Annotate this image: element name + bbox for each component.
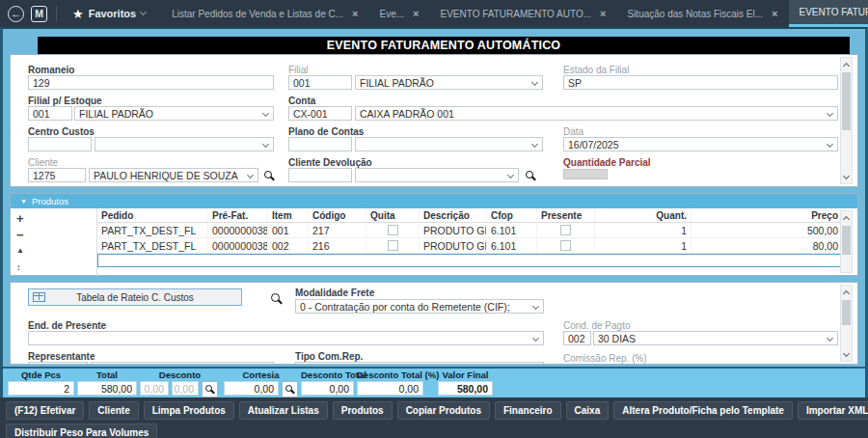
- conta-code-input[interactable]: CX-001: [288, 106, 352, 121]
- tab-situacao-notas[interactable]: Situação das Notas Fiscais El... ×: [616, 0, 788, 27]
- back-button[interactable]: ←: [8, 6, 24, 22]
- cliente-button[interactable]: Cliente: [89, 401, 138, 420]
- cliente-code-input[interactable]: 1275: [28, 168, 86, 182]
- tab-evento-faturamento-1[interactable]: EVENTO FATURAMENTO AUTO... ×: [430, 0, 617, 27]
- cond-pagto-code-input[interactable]: 002: [563, 331, 591, 345]
- scrollbar-thumb[interactable]: [842, 300, 851, 325]
- modalidade-frete-value: 0 - Contratação por conta do Remetente (…: [300, 301, 510, 313]
- centro-custos-code-input[interactable]: [28, 137, 92, 151]
- plano-contas-code-input[interactable]: [288, 137, 352, 151]
- quita-checkbox[interactable]: [388, 225, 398, 235]
- table-row[interactable]: PART_TX_DEST_FL 0000000038 001 217 PRODU…: [97, 223, 842, 238]
- col-pedido[interactable]: Pedido: [97, 208, 208, 222]
- atualizar-listas-button[interactable]: Atualizar Listas: [239, 401, 328, 420]
- add-row-button[interactable]: +: [16, 212, 24, 225]
- tabela-rateio-button[interactable]: Tabela de Rateio C. Custos: [28, 288, 242, 306]
- cliente-devolucao-code-input[interactable]: [288, 168, 352, 182]
- limpa-produtos-button[interactable]: Limpa Produtos: [144, 401, 234, 420]
- scroll-up-icon[interactable]: [841, 58, 852, 70]
- estado-filial-input[interactable]: SP: [563, 75, 838, 90]
- cliente-devolucao-select[interactable]: [355, 168, 519, 182]
- cond-pagto-select[interactable]: 30 DIAS: [593, 331, 838, 345]
- centro-custos-select[interactable]: [95, 137, 274, 151]
- cell-descricao: PRODUTO GENÉRIC...: [420, 223, 487, 237]
- presente-checkbox[interactable]: [560, 240, 571, 251]
- filial-estoque-code-input[interactable]: 001: [28, 106, 72, 121]
- comissao-rep-input[interactable]: [563, 364, 838, 365]
- conta-select[interactable]: CAIXA PADRÃO 001: [355, 106, 838, 121]
- col-codigo[interactable]: Código: [309, 208, 366, 222]
- presente-checkbox[interactable]: [560, 225, 571, 235]
- tipo-com-rep-input[interactable]: [295, 362, 544, 365]
- col-descricao[interactable]: Descrição: [420, 208, 487, 222]
- altera-produto-template-button[interactable]: Altera Produto/Ficha pelo Template: [613, 401, 793, 420]
- romaneio-input[interactable]: 129: [28, 75, 274, 90]
- favorites-menu[interactable]: ★ Favoritos: [67, 8, 151, 20]
- produtos-scrollbar[interactable]: [840, 210, 853, 273]
- close-icon[interactable]: ×: [600, 8, 606, 19]
- desconto-field-2[interactable]: 0,00: [172, 381, 199, 396]
- copiar-produtos-button[interactable]: Copiar Produtos: [397, 401, 490, 420]
- modalidade-frete-select[interactable]: 0 - Contratação por conta do Remetente (…: [295, 299, 544, 314]
- scroll-down-icon[interactable]: [841, 171, 852, 183]
- col-presente[interactable]: Presente: [537, 208, 595, 222]
- cliente-desc: PAULO HENRIQUE DE SOUZA: [94, 170, 238, 181]
- importar-xml-button[interactable]: Importar XML: [798, 401, 868, 420]
- cortesia-label: Cortesia: [224, 370, 298, 381]
- selected-empty-row[interactable]: [97, 254, 842, 267]
- close-icon[interactable]: ×: [413, 8, 419, 19]
- quita-checkbox[interactable]: [388, 240, 398, 251]
- reorder-button[interactable]: ↕: [16, 263, 21, 272]
- filial-estoque-select[interactable]: FILIAL PADRÃO: [74, 106, 274, 121]
- desconto-search-button[interactable]: [202, 381, 218, 397]
- data-select[interactable]: 16/07/2025: [563, 137, 838, 151]
- app-logo[interactable]: M: [31, 6, 47, 22]
- table-row[interactable]: PART_TX_DEST_FL 0000000038 002 216 PRODU…: [97, 238, 842, 254]
- scrollbar-thumb[interactable]: [842, 226, 851, 255]
- tab-listar-pedidos[interactable]: Listar Pedidos de Venda e Listas de C...…: [161, 0, 368, 27]
- col-item[interactable]: Item: [268, 208, 309, 222]
- end-presente-select[interactable]: [28, 331, 544, 345]
- caixa-button[interactable]: Caixa: [566, 401, 610, 420]
- col-quant[interactable]: Quant.: [595, 208, 692, 222]
- financeiro-button[interactable]: Financeiro: [495, 401, 561, 420]
- representante-desc-input[interactable]: [91, 362, 274, 365]
- close-icon[interactable]: ×: [772, 8, 777, 19]
- representante-code-input[interactable]: [28, 362, 88, 365]
- cortesia-field[interactable]: 0,00: [224, 381, 279, 396]
- col-quita[interactable]: Quita: [366, 208, 420, 222]
- close-icon[interactable]: ×: [352, 8, 358, 19]
- search-icon[interactable]: [526, 171, 533, 178]
- valor-final-label: Valor Final: [438, 370, 493, 381]
- produtos-button[interactable]: Produtos: [333, 401, 393, 420]
- plano-contas-select[interactable]: [355, 137, 543, 151]
- cortesia-search-button[interactable]: [282, 381, 298, 397]
- cell-cfop: 6.101: [487, 223, 537, 237]
- scroll-up-icon[interactable]: [841, 286, 852, 298]
- col-prefat[interactable]: Pré-Fat.: [208, 208, 268, 222]
- produtos-section-header[interactable]: ▼ Produtos: [11, 194, 857, 208]
- col-preco[interactable]: Preço: [692, 208, 842, 222]
- scrollbar-thumb[interactable]: [842, 72, 851, 130]
- filial-select[interactable]: FILIAL PADRÃO: [355, 75, 543, 90]
- tab-label: Eve...: [380, 9, 405, 19]
- move-up-button[interactable]: ▲: [16, 247, 24, 255]
- distribuir-peso-button[interactable]: Distribuir Peso Para Volumes: [6, 424, 157, 438]
- tab-eve[interactable]: Eve... ×: [369, 0, 430, 27]
- remove-row-button[interactable]: −: [16, 229, 24, 241]
- filial-code-input[interactable]: 001: [288, 75, 352, 90]
- cliente-select[interactable]: PAULO HENRIQUE DE SOUZA: [89, 168, 258, 182]
- scroll-up-icon[interactable]: [841, 211, 852, 224]
- tab-evento-faturamento-active[interactable]: EVENTO FATURAMENTO AUTO... ×: [789, 0, 868, 27]
- filial-desc: FILIAL PADRÃO: [360, 77, 434, 89]
- detail-scrollbar[interactable]: [840, 285, 853, 362]
- form-scrollbar[interactable]: [840, 57, 853, 184]
- scroll-down-icon[interactable]: [841, 348, 852, 361]
- search-icon[interactable]: [271, 293, 280, 302]
- desconto-field-1[interactable]: 0,00: [140, 381, 169, 396]
- efetivar-button[interactable]: (F12) Efetivar: [6, 401, 84, 420]
- search-icon[interactable]: [264, 171, 272, 178]
- col-cfop[interactable]: Cfop: [487, 208, 537, 222]
- desconto-total-label: Desconto Total: [301, 370, 354, 381]
- cell-item: 002: [268, 238, 309, 253]
